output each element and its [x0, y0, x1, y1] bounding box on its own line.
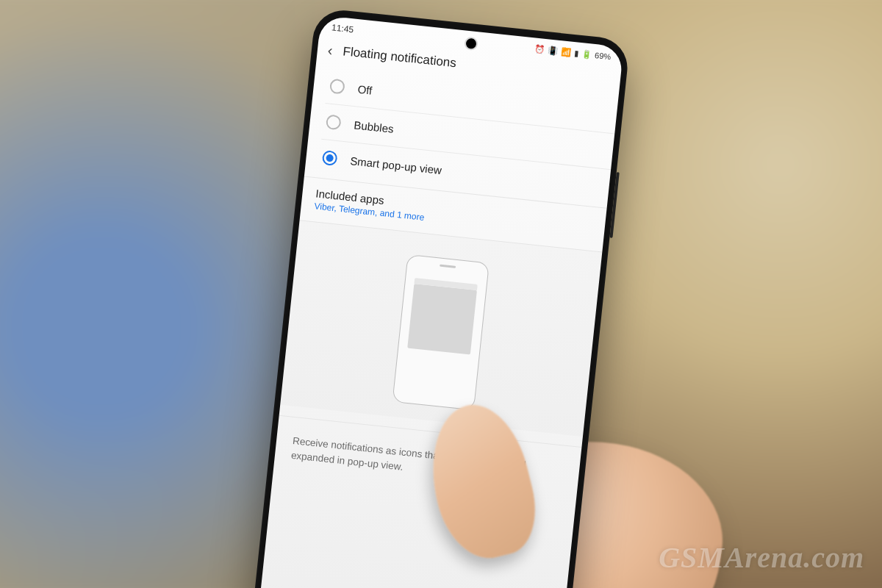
- popup-view-illustration: [392, 254, 490, 411]
- alarm-icon: ⏰: [534, 45, 545, 54]
- status-time: 11:45: [331, 22, 354, 35]
- radio-icon-selected: [322, 150, 338, 166]
- page-title: Floating notifications: [343, 44, 457, 71]
- vibrate-icon: 📳: [548, 46, 559, 55]
- phone-frame: 11:45 ⏰ 📳 📶 ▮ 🔋 69% ‹ Floating notificat…: [251, 7, 630, 588]
- back-icon[interactable]: ‹: [327, 43, 334, 58]
- popup-window-icon: [407, 284, 477, 355]
- radio-icon: [326, 114, 342, 130]
- phone-screen: 11:45 ⏰ 📳 📶 ▮ 🔋 69% ‹ Floating notificat…: [258, 15, 624, 588]
- signal-icon: ▮: [574, 49, 579, 58]
- wifi-icon: 📶: [561, 48, 572, 57]
- option-label: Bubbles: [354, 118, 395, 135]
- illustration-area: [280, 220, 602, 437]
- option-label: Off: [357, 82, 373, 96]
- battery-icon: 🔋: [581, 50, 592, 59]
- battery-percent: 69%: [595, 51, 612, 61]
- radio-icon: [329, 79, 345, 95]
- option-label: Smart pop-up view: [350, 154, 442, 176]
